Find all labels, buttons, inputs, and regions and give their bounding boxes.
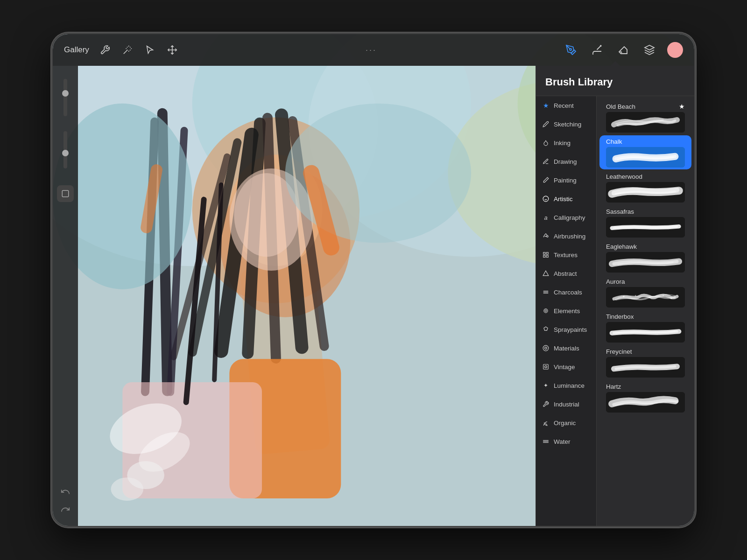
brush-item-header-chalk: Chalk	[606, 138, 685, 145]
redo-button[interactable]	[58, 503, 72, 517]
brush-name-aurora: Aurora	[606, 278, 625, 285]
category-item-organic[interactable]: Organic	[536, 413, 596, 432]
vintage-category-icon	[542, 363, 550, 371]
left-sidebar	[53, 66, 78, 526]
drawing-category-icon	[542, 157, 550, 166]
recent-category-icon: ★	[542, 101, 550, 110]
svg-point-71	[670, 297, 672, 299]
category-item-airbrushing[interactable]: Airbrushing	[536, 227, 596, 245]
brush-name-chalk: Chalk	[606, 138, 622, 145]
brush-library-title: Brush Library	[536, 66, 694, 96]
brush-item-aurora[interactable]: Aurora	[599, 275, 691, 309]
brush-item-header-hartz: Hartz	[606, 383, 685, 390]
water-category-icon	[542, 437, 550, 446]
brush-preview-sassafras	[606, 217, 685, 238]
brush-item-leatherwood[interactable]: Leatherwood	[599, 170, 691, 204]
brush-item-freycinet[interactable]: Freycinet	[599, 345, 691, 379]
category-item-elements[interactable]: Elements	[536, 301, 596, 320]
category-label-charcoals: Charcoals	[554, 289, 582, 296]
organic-category-icon	[542, 419, 550, 427]
category-item-luminance[interactable]: ✦Luminance	[536, 376, 596, 395]
svg-marker-53	[544, 327, 548, 330]
brush-item-hartz[interactable]: Hartz	[599, 380, 691, 414]
category-label-industrial: Industrial	[554, 401, 579, 408]
category-label-water: Water	[554, 438, 571, 445]
brush-item-chalk[interactable]: Chalk	[599, 135, 691, 169]
category-item-textures[interactable]: Textures	[536, 245, 596, 264]
undo-button[interactable]	[58, 485, 72, 499]
brush-tool-icon[interactable]	[589, 42, 606, 58]
category-label-airbrushing: Airbrushing	[554, 233, 585, 240]
brush-name-eaglehawk: Eaglehawk	[606, 243, 637, 250]
layers-icon[interactable]	[641, 42, 658, 58]
category-item-painting[interactable]: Painting	[536, 171, 596, 189]
brush-preview-freycinet	[606, 357, 685, 378]
svg-rect-46	[543, 255, 545, 257]
panel-arrow	[611, 61, 620, 66]
category-label-materials: Materials	[554, 345, 579, 352]
top-bar: Gallery	[53, 34, 694, 66]
category-item-charcoals[interactable]: Charcoals	[536, 283, 596, 301]
category-item-sketching[interactable]: Sketching	[536, 115, 596, 133]
category-item-materials[interactable]: Materials	[536, 339, 596, 357]
magic-wand-icon[interactable]	[120, 42, 135, 57]
painting-category-icon	[542, 176, 550, 184]
category-label-recent: Recent	[554, 102, 574, 109]
brush-preview-hartz	[606, 392, 685, 413]
brush-name-hartz: Hartz	[606, 383, 621, 390]
category-label-organic: Organic	[554, 420, 576, 427]
svg-point-57	[545, 366, 547, 368]
airbrushing-category-icon	[542, 232, 550, 240]
category-label-inking: Inking	[554, 140, 571, 147]
category-item-inking[interactable]: Inking	[536, 133, 596, 152]
svg-point-70	[662, 295, 664, 296]
wrench-icon[interactable]	[98, 42, 113, 57]
brush-preview-leatherwood	[606, 182, 685, 203]
category-item-vintage[interactable]: Vintage	[536, 357, 596, 376]
eraser-tool-icon[interactable]	[615, 42, 632, 58]
category-label-abstract: Abstract	[554, 270, 577, 277]
svg-point-68	[635, 295, 636, 296]
category-item-water[interactable]: Water	[536, 432, 596, 451]
pen-tool-icon[interactable]	[563, 42, 579, 58]
brush-preview-tinderbox	[606, 322, 685, 343]
industrial-category-icon	[542, 400, 550, 408]
gallery-button[interactable]: Gallery	[64, 45, 89, 55]
brush-item-header-eaglehawk: Eaglehawk	[606, 243, 685, 250]
transform-icon[interactable]	[165, 42, 180, 57]
brush-item-header-old-beach: Old Beach★	[606, 103, 685, 110]
top-bar-dots: ···	[366, 45, 377, 55]
brush-item-old-beach[interactable]: Old Beach★	[599, 100, 691, 134]
brush-item-eaglehawk[interactable]: Eaglehawk	[599, 240, 691, 274]
top-bar-right	[563, 42, 683, 58]
svg-rect-44	[546, 252, 548, 254]
brush-item-tinderbox[interactable]: Tinderbox	[599, 310, 691, 344]
spraypaints-category-icon	[542, 325, 550, 334]
category-label-sketching: Sketching	[554, 121, 581, 128]
brush-size-thumb	[62, 90, 69, 97]
inking-category-icon	[542, 139, 550, 147]
category-label-textures: Textures	[554, 252, 578, 259]
svg-rect-56	[543, 364, 549, 370]
selection-icon[interactable]	[142, 42, 157, 57]
color-picker[interactable]	[667, 42, 683, 58]
svg-point-69	[648, 296, 650, 298]
category-item-recent[interactable]: ★Recent	[536, 96, 596, 115]
brush-preview-aurora	[606, 287, 685, 308]
category-item-calligraphy[interactable]: aCalligraphy	[536, 208, 596, 227]
svg-point-31	[111, 477, 143, 501]
svg-marker-47	[543, 271, 549, 276]
category-item-spraypaints[interactable]: Spraypaints	[536, 320, 596, 339]
svg-point-55	[545, 347, 547, 350]
category-item-artistic[interactable]: Artistic	[536, 189, 596, 208]
square-tool[interactable]	[57, 185, 74, 202]
opacity-slider[interactable]	[63, 131, 67, 168]
svg-point-52	[545, 310, 547, 312]
textures-category-icon	[542, 251, 550, 259]
category-item-abstract[interactable]: Abstract	[536, 264, 596, 283]
brush-item-header-sassafras: Sassafras	[606, 208, 685, 215]
brush-item-sassafras[interactable]: Sassafras	[599, 205, 691, 239]
category-item-industrial[interactable]: Industrial	[536, 395, 596, 413]
category-item-drawing[interactable]: Drawing	[536, 152, 596, 171]
brush-size-slider[interactable]	[63, 79, 67, 116]
